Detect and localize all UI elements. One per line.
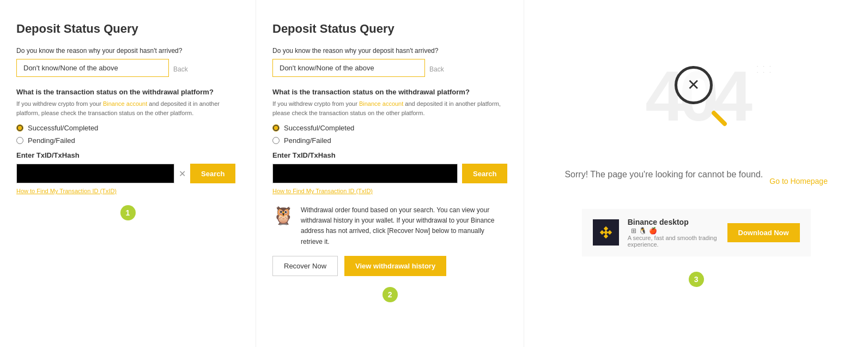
error-graphic: 404 ✕ · · ·· · · bbox=[609, 61, 784, 159]
panel-1-question: Do you know the reason why your deposit … bbox=[16, 47, 239, 55]
x-icon: ✕ bbox=[687, 76, 700, 94]
panel-1-withdrawal-title: What is the transaction status on the wi… bbox=[16, 88, 239, 96]
view-withdrawal-button[interactable]: View withdrawal history bbox=[344, 256, 446, 276]
binance-logo-icon bbox=[598, 225, 614, 240]
owl-icon: 🦉 bbox=[272, 205, 294, 226]
panel-1-step-badge: 1 bbox=[120, 205, 136, 220]
binance-logo bbox=[593, 219, 619, 246]
download-button[interactable]: Download Now bbox=[727, 223, 800, 242]
panel-1-txid-label: Enter TxID/TxHash bbox=[16, 151, 239, 159]
radio-pending-1[interactable]: Pending/Failed bbox=[16, 136, 239, 145]
sorry-row: Sorry! The page you're looking for canno… bbox=[564, 170, 828, 193]
panel-2-select[interactable]: Don't know/None of the above bbox=[272, 59, 425, 77]
binance-link-1[interactable]: Binance account bbox=[103, 100, 147, 107]
magnifier-handle bbox=[711, 110, 727, 127]
panel-1: Deposit Status Query Do you know the rea… bbox=[0, 0, 256, 347]
panel-2-txid-row: Search bbox=[272, 164, 507, 183]
recover-button[interactable]: Recover Now bbox=[272, 256, 338, 276]
linux-icon: 🐧 bbox=[639, 227, 647, 235]
sorry-text: Sorry! The page you're looking for canno… bbox=[564, 170, 763, 180]
panel-1-txid-row: ✕ Search bbox=[16, 164, 239, 183]
panel-1-select[interactable]: Don't know/None of the above bbox=[16, 59, 169, 77]
panel-1-back[interactable]: Back bbox=[173, 65, 188, 73]
binance-app-info: Binance desktop ⊞ 🐧 🍎 A secure, fast and… bbox=[628, 218, 719, 248]
panel-3: 404 ✕ · · ·· · · Sorry! The page you're … bbox=[524, 0, 868, 347]
radio-successful-1[interactable]: Successful/Completed bbox=[16, 124, 239, 132]
panel-1-search-button[interactable]: Search bbox=[190, 164, 235, 183]
panel-2-txid-help[interactable]: How to Find My Transaction ID (TxID) bbox=[272, 188, 507, 194]
panel-2-txid-input[interactable] bbox=[272, 164, 458, 183]
panel-1-radio-group: Successful/Completed Pending/Failed bbox=[16, 124, 239, 145]
panel-2-withdrawal-desc: If you withdrew crypto from your Binance… bbox=[272, 99, 507, 117]
binance-tagline: A secure, fast and smooth trading experi… bbox=[628, 235, 719, 248]
panel-3-step-badge: 3 bbox=[689, 272, 704, 287]
panel-1-txid-help[interactable]: How to Find My Transaction ID (TxID) bbox=[16, 188, 239, 194]
binance-app-name: Binance desktop ⊞ 🐧 🍎 bbox=[628, 218, 719, 235]
panel-2: Deposit Status Query Do you know the rea… bbox=[256, 0, 524, 347]
panel-2-result-desc: Withdrawal order found based on your sea… bbox=[301, 205, 507, 247]
panel-2-action-buttons: Recover Now View withdrawal history bbox=[272, 256, 507, 276]
dots-decoration: · · ·· · · bbox=[757, 63, 773, 75]
panel-2-radio-group: Successful/Completed Pending/Failed bbox=[272, 124, 507, 145]
apple-icon: 🍎 bbox=[649, 227, 657, 235]
platform-icons: ⊞ 🐧 🍎 bbox=[631, 227, 657, 235]
radio-pending-2[interactable]: Pending/Failed bbox=[272, 136, 507, 145]
magnifier-container: ✕ bbox=[675, 66, 729, 126]
panel-1-clear-icon[interactable]: ✕ bbox=[179, 169, 186, 179]
panel-2-search-button[interactable]: Search bbox=[462, 164, 507, 183]
homepage-link[interactable]: Go to Homepage bbox=[769, 177, 828, 186]
panel-1-txid-input[interactable] bbox=[16, 164, 174, 183]
binance-card: Binance desktop ⊞ 🐧 🍎 A secure, fast and… bbox=[582, 209, 811, 256]
panel-2-step-badge: 2 bbox=[383, 287, 398, 302]
panel-1-withdrawal-desc: If you withdrew crypto from your Binance… bbox=[16, 99, 239, 117]
radio-successful-2[interactable]: Successful/Completed bbox=[272, 124, 507, 132]
windows-icon: ⊞ bbox=[631, 227, 636, 235]
magnifier-circle: ✕ bbox=[675, 66, 713, 104]
panel-2-back[interactable]: Back bbox=[429, 65, 444, 73]
panel-2-result-row: 🦉 Withdrawal order found based on your s… bbox=[272, 205, 507, 247]
panel-1-title: Deposit Status Query bbox=[16, 22, 239, 36]
panel-2-title: Deposit Status Query bbox=[272, 22, 507, 36]
panel-2-txid-label: Enter TxID/TxHash bbox=[272, 151, 507, 159]
binance-link-2[interactable]: Binance account bbox=[359, 100, 403, 107]
panel-2-question: Do you know the reason why your deposit … bbox=[272, 47, 507, 55]
panel-2-withdrawal-title: What is the transaction status on the wi… bbox=[272, 88, 507, 96]
